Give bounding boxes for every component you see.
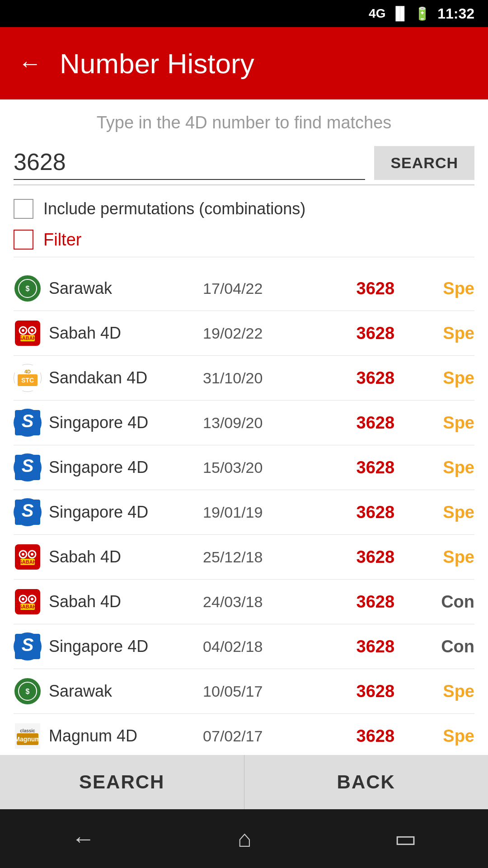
bottom-buttons: SEARCH BACK	[0, 755, 488, 809]
lottery-name: Sarawak	[49, 682, 196, 701]
lottery-icon: SABAH	[14, 543, 42, 571]
svg-point-5	[22, 329, 24, 332]
result-row[interactable]: SSingapore 4D13/09/203628Spe	[14, 401, 474, 445]
nav-bar: ← ⌂ ▭	[0, 809, 488, 868]
lottery-name: Sarawak	[49, 279, 196, 298]
result-prize: Spe	[419, 324, 474, 343]
result-number: 3628	[339, 368, 413, 388]
result-row[interactable]: SSingapore 4D15/03/203628Spe	[14, 445, 474, 490]
svg-point-23	[31, 553, 33, 556]
result-number: 3628	[339, 458, 413, 477]
lottery-name: Magnum 4D	[49, 726, 196, 745]
filter-label[interactable]: Filter	[43, 230, 81, 250]
search-input[interactable]	[14, 148, 365, 180]
result-date: 19/02/22	[203, 325, 331, 342]
lottery-icon: SABAH	[14, 319, 42, 347]
signal-icon: 4G	[369, 6, 385, 21]
svg-rect-2	[15, 321, 40, 346]
filter-row: Filter	[14, 230, 474, 257]
page-title: Number History	[60, 47, 254, 80]
result-number: 3628	[339, 726, 413, 746]
nav-back-icon[interactable]: ←	[71, 825, 95, 852]
lottery-icon: S	[14, 632, 42, 660]
status-bar: 4G ▐▌ 🔋 11:32	[0, 0, 488, 27]
lottery-icon: classicMagnum	[14, 722, 42, 750]
result-row[interactable]: 4DSTCSandakan 4D31/10/203628Spe	[14, 356, 474, 401]
bottom-search-button[interactable]: SEARCH	[0, 755, 244, 809]
svg-text:4D: 4D	[24, 369, 31, 374]
result-prize: Con	[419, 637, 474, 656]
signal-bars-icon: ▐▌	[391, 6, 409, 21]
result-prize: Con	[419, 592, 474, 612]
svg-rect-19	[15, 544, 40, 570]
nav-recent-icon[interactable]: ▭	[394, 825, 417, 852]
result-prize: Spe	[419, 726, 474, 746]
svg-text:classic: classic	[20, 728, 35, 733]
lottery-name: Singapore 4D	[49, 637, 196, 656]
lottery-name: Sabah 4D	[49, 547, 196, 566]
lottery-icon: S	[14, 498, 42, 526]
svg-text:SABAH: SABAH	[19, 559, 36, 565]
lottery-name: Singapore 4D	[49, 503, 196, 522]
battery-icon: 🔋	[414, 6, 430, 21]
svg-text:S: S	[22, 635, 34, 655]
main-content: Type in the 4D number to find matches SE…	[0, 99, 488, 848]
svg-text:SABAH: SABAH	[19, 604, 36, 609]
nav-home-icon[interactable]: ⌂	[238, 825, 252, 852]
result-row[interactable]: classicMagnumMagnum 4D07/02/173628Spe	[14, 714, 474, 759]
result-prize: Spe	[419, 368, 474, 388]
result-number: 3628	[339, 682, 413, 701]
permutations-label: Include permutations (combinations)	[43, 199, 305, 218]
lottery-name: Singapore 4D	[49, 458, 196, 477]
search-button-inline[interactable]: SEARCH	[374, 146, 474, 180]
svg-point-6	[31, 329, 33, 332]
svg-text:S: S	[22, 500, 34, 520]
permutations-row: Include permutations (combinations)	[14, 199, 474, 219]
bottom-back-button[interactable]: BACK	[244, 755, 488, 809]
result-prize: Spe	[419, 458, 474, 477]
svg-text:S: S	[22, 456, 34, 476]
lottery-icon: S	[14, 409, 42, 437]
result-date: 24/03/18	[203, 593, 331, 611]
result-number: 3628	[339, 637, 413, 656]
result-date: 04/02/18	[203, 638, 331, 656]
svg-text:Magnum: Magnum	[15, 736, 40, 743]
result-date: 25/12/18	[203, 548, 331, 566]
result-row[interactable]: $Sarawak17/04/223628Spe	[14, 266, 474, 311]
result-prize: Spe	[419, 279, 474, 298]
result-number: 3628	[339, 413, 413, 433]
search-row: SEARCH	[14, 146, 474, 185]
svg-point-22	[22, 553, 24, 556]
result-prize: Spe	[419, 413, 474, 433]
result-row[interactable]: SSingapore 4D04/02/183628Con	[14, 624, 474, 669]
result-date: 19/01/19	[203, 504, 331, 521]
result-row[interactable]: $Sarawak10/05/173628Spe	[14, 669, 474, 714]
svg-text:S: S	[22, 411, 34, 431]
app-header: ← Number History	[0, 27, 488, 99]
result-row[interactable]: SSingapore 4D19/01/193628Spe	[14, 490, 474, 535]
lottery-icon: $	[14, 677, 42, 705]
lottery-icon: SABAH	[14, 588, 42, 616]
svg-point-29	[22, 598, 24, 600]
lottery-name: Sandakan 4D	[49, 368, 196, 387]
status-icons: 4G ▐▌ 🔋	[369, 6, 430, 21]
permutations-checkbox[interactable]	[14, 199, 33, 219]
filter-checkbox[interactable]	[14, 230, 33, 250]
result-row[interactable]: SABAHSabah 4D25/12/183628Spe	[14, 535, 474, 580]
lottery-name: Sabah 4D	[49, 592, 196, 611]
lottery-icon: 4DSTC	[14, 364, 42, 392]
result-row[interactable]: SABAHSabah 4D24/03/183628Con	[14, 580, 474, 624]
result-prize: Spe	[419, 682, 474, 701]
result-number: 3628	[339, 503, 413, 522]
lottery-icon: S	[14, 453, 42, 481]
result-date: 31/10/20	[203, 369, 331, 387]
svg-text:$: $	[26, 688, 30, 695]
svg-rect-26	[15, 589, 40, 614]
hint-text: Type in the 4D number to find matches	[14, 113, 474, 132]
result-row[interactable]: SABAHSabah 4D19/02/223628Spe	[14, 311, 474, 356]
lottery-icon: $	[14, 274, 42, 302]
result-number: 3628	[339, 279, 413, 298]
svg-text:SABAH: SABAH	[19, 335, 36, 341]
back-button[interactable]: ←	[18, 50, 42, 77]
status-time: 11:32	[437, 5, 474, 22]
